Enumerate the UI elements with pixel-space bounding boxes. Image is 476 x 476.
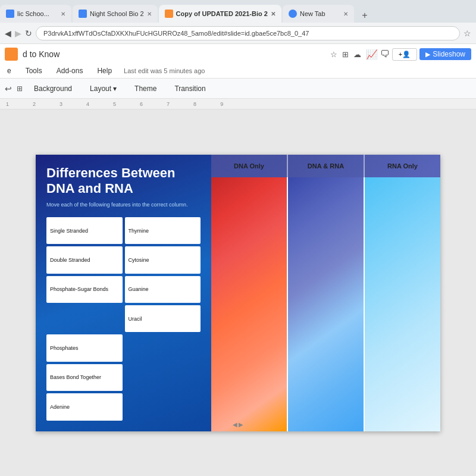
col-dna-only-body[interactable] <box>211 177 288 431</box>
background-button[interactable]: Background <box>27 82 79 95</box>
tab-newtab-label: New Tab <box>300 10 325 17</box>
comments-icon[interactable]: 🗨 <box>380 49 390 60</box>
slides-document-title[interactable]: d to Know <box>23 49 325 59</box>
prev-slide-icon[interactable]: ◀ <box>233 421 237 428</box>
slide-right-panel: DNA Only DNA & RNA RNA Only <box>211 155 440 431</box>
tab-nightschool-label: Night School Bio 2 <box>90 10 144 17</box>
slide-subtitle: Move each of the following features into… <box>46 201 201 209</box>
term-thymine[interactable]: Thymine <box>125 217 201 244</box>
term-placeholder-4 <box>125 393 201 420</box>
slides-title-bar: d to Know ☆ ⊞ ☁ 📈 🗨 +👤 ▶ Slideshow <box>0 44 476 63</box>
term-bases-bond[interactable]: Bases Bond Together <box>46 364 123 391</box>
menu-bar: e Tools Add-ons Help Last edit was 5 min… <box>0 63 476 79</box>
term-double-stranded[interactable]: Double Stranded <box>46 246 123 273</box>
url-text: P3drvkA1xffWTdOsCfaDXKXhuFUcHGURROz48_5a… <box>43 30 309 37</box>
theme-button[interactable]: Theme <box>128 82 163 95</box>
layout-label: Layout <box>90 84 111 93</box>
term-uracil-label: Uracil <box>129 316 142 322</box>
term-single-stranded-label: Single Stranded <box>50 228 88 234</box>
menu-help[interactable]: Help <box>95 65 114 76</box>
ruler-mark-1: 1 <box>6 101 9 107</box>
column-headers: DNA Only DNA & RNA RNA Only <box>211 155 440 177</box>
url-bar[interactable]: P3drvkA1xffWTdOsCfaDXKXhuFUcHGURROz48_5a… <box>36 26 460 40</box>
term-bases-bond-label: Bases Bond Together <box>50 374 101 381</box>
cloud-icon[interactable]: ☁ <box>353 50 361 59</box>
slide-left-panel: Differences Between DNA and RNA Move eac… <box>36 155 211 431</box>
background-label: Background <box>34 84 72 93</box>
grid-icon[interactable]: ⊞ <box>342 50 349 59</box>
term-placeholder-3 <box>125 364 201 391</box>
term-cytosine[interactable]: Cytosine <box>125 246 201 273</box>
term-grid: Single Stranded Thymine Double Stranded … <box>46 217 201 421</box>
ruler-mark-7: 7 <box>167 101 170 107</box>
refresh-button[interactable]: ↻ <box>25 29 32 38</box>
theme-label: Theme <box>134 84 156 93</box>
ruler-mark-3: 3 <box>60 101 62 107</box>
layout-button[interactable]: Layout ▾ <box>83 82 123 95</box>
star-icon[interactable]: ☆ <box>330 50 337 59</box>
slides-tab-icon <box>165 10 173 18</box>
layout-chevron-icon: ▾ <box>113 84 117 93</box>
term-single-stranded[interactable]: Single Stranded <box>46 217 123 244</box>
editor-area: Differences Between DNA and RNA Move eac… <box>0 109 476 476</box>
col-rna-only-label: RNA Only <box>387 162 418 170</box>
menu-addons[interactable]: Add-ons <box>54 65 86 76</box>
slideshow-label: Slideshow <box>433 50 465 58</box>
term-phosphates[interactable]: Phosphates <box>46 334 123 361</box>
menu-tools[interactable]: Tools <box>23 65 45 76</box>
slideshow-button[interactable]: ▶ Slideshow <box>419 48 471 60</box>
transition-button[interactable]: Transition <box>168 82 212 95</box>
undo-icon[interactable]: ↩ <box>5 84 12 93</box>
back-button[interactable]: ◀ <box>5 29 11 38</box>
slide-canvas[interactable]: Differences Between DNA and RNA Move eac… <box>36 155 440 431</box>
ruler-mark-5: 5 <box>113 101 116 107</box>
col-dna-rna-body[interactable] <box>288 177 365 431</box>
tab-nightschool-close[interactable]: ✕ <box>147 11 152 17</box>
share-button[interactable]: +👤 <box>392 48 417 61</box>
term-placeholder-2 <box>125 334 201 361</box>
school-tab-icon <box>6 10 14 18</box>
term-guanine-label: Guanine <box>129 286 149 292</box>
term-adenine-label: Adenine <box>50 404 70 410</box>
term-thymine-label: Thymine <box>129 228 149 234</box>
forward-button[interactable]: ▶ <box>15 29 21 38</box>
newtab-icon <box>289 10 297 18</box>
ruler-mark-2: 2 <box>33 101 36 107</box>
menu-file[interactable]: e <box>5 65 14 76</box>
col-rna-only-body[interactable] <box>365 177 440 431</box>
col-dna-only-label: DNA Only <box>234 162 264 170</box>
new-tab-button[interactable]: + <box>358 8 372 23</box>
tab-newtab-close[interactable]: ✕ <box>343 11 348 17</box>
term-uracil[interactable]: Uracil <box>125 305 201 332</box>
term-adenine[interactable]: Adenine <box>46 393 123 420</box>
page-indicator[interactable]: ◀ ▶ <box>233 421 244 428</box>
next-slide-icon[interactable]: ▶ <box>239 421 243 428</box>
ruler-mark-9: 9 <box>220 101 223 107</box>
nightschool-tab-icon <box>79 10 87 18</box>
tab-school-close[interactable]: ✕ <box>61 11 65 17</box>
tab-slides[interactable]: Copy of UPDATED 2021-Bio 2 ✕ <box>159 5 281 23</box>
term-phosphates-label: Phosphates <box>50 345 79 351</box>
tab-newtab[interactable]: New Tab ✕ <box>283 5 354 23</box>
term-cytosine-label: Cytosine <box>129 257 149 263</box>
term-phosphate-sugar-label: Phosphate-Sugar Bonds <box>50 286 108 293</box>
col-dna-rna-label: DNA & RNA <box>308 162 344 170</box>
term-guanine[interactable]: Guanine <box>125 276 201 303</box>
title-action-icons: ☆ ⊞ ☁ <box>330 50 361 59</box>
term-double-stranded-label: Double Stranded <box>50 257 90 263</box>
col-header-dna-only: DNA Only <box>211 155 288 177</box>
tab-school[interactable]: lic Schoo... ✕ <box>0 5 71 23</box>
tab-slides-close[interactable]: ✕ <box>271 11 275 17</box>
column-bodies <box>211 177 440 431</box>
last-edit-text: Last edit was 5 minutes ago <box>124 67 205 74</box>
slide-title: Differences Between DNA and RNA <box>46 165 201 197</box>
tab-slides-label: Copy of UPDATED 2021-Bio 2 <box>176 10 268 17</box>
bookmark-icon[interactable]: ☆ <box>464 29 471 38</box>
ruler-mark-8: 8 <box>193 101 196 107</box>
chart-icon: 📈 <box>366 49 378 60</box>
tab-nightschool[interactable]: Night School Bio 2 ✕ <box>73 5 158 23</box>
col-header-rna-only: RNA Only <box>365 155 440 177</box>
expand-icon[interactable]: ⊞ <box>17 84 23 93</box>
term-placeholder-1 <box>46 305 123 332</box>
term-phosphate-sugar[interactable]: Phosphate-Sugar Bonds <box>46 276 123 303</box>
